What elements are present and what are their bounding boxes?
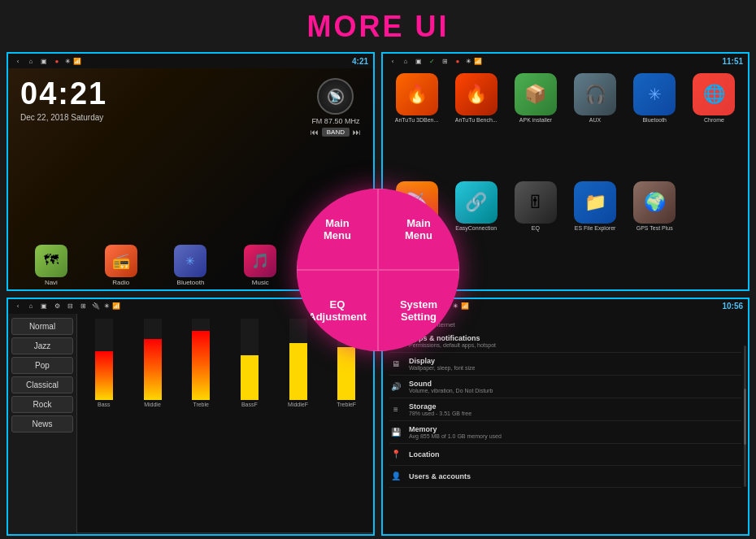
apps-notif-sub: Permissions, default apps, hotspot — [409, 342, 741, 348]
app-gps[interactable]: 🌍 GPS Test Plus — [628, 181, 682, 285]
eq-bar-middlef-container — [289, 319, 307, 400]
preset-classical[interactable]: Classical — [11, 376, 73, 393]
preset-rock[interactable]: Rock — [11, 396, 73, 413]
nav-back-btn[interactable]: ↩ — [299, 533, 373, 536]
bluetooth-status-icon-2: ✳ — [466, 58, 471, 65]
eq-bar-bass-label: Bass — [98, 402, 111, 407]
back-icon-2[interactable]: ‹ — [388, 57, 398, 65]
app-bluetooth-grid[interactable]: ✳ Bluetooth — [628, 73, 682, 176]
settings-display[interactable]: 🖥 Display Wallpaper, sleep, font size — [389, 353, 741, 376]
wifi-status-icon-4: 📶 — [461, 302, 469, 310]
navi-icon: 🗺 — [35, 245, 67, 277]
usb-icon: 🔌 — [91, 302, 101, 311]
nav-eq-btn[interactable]: EQ — [151, 533, 225, 536]
eq-bar-treble: Treble — [178, 319, 224, 407]
recent-icon-3[interactable]: ▣ — [39, 302, 49, 311]
apps-icon-3[interactable]: ⊞ — [78, 302, 88, 311]
radio-band-btn[interactable]: BAND — [322, 128, 350, 137]
settings-apps[interactable]: 📱 Apps & notifications Permissions, defa… — [389, 330, 741, 353]
eq-bar-bass: Bass — [81, 319, 127, 407]
app-music[interactable]: 🎵 Music — [239, 245, 281, 286]
nav-icons-1: ‹ ⌂ ▣ ● — [13, 57, 62, 65]
radio-circle: 📡 — [317, 78, 354, 115]
recent-icon[interactable]: ▣ — [39, 57, 49, 65]
settings-location[interactable]: 📍 Location — [389, 444, 741, 466]
apk-icon: 📦 — [515, 73, 557, 115]
app-antutu[interactable]: 🔥 AnTuTu Bench... — [449, 73, 503, 176]
status-bar-1: ‹ ⌂ ▣ ● ✳ 📶 4:21 — [8, 54, 373, 68]
eq-bar-middlef-label: MiddleF — [288, 402, 308, 407]
back-icon[interactable]: ‹ — [13, 57, 23, 65]
eq-bar-bassf-label: BassF — [241, 402, 258, 407]
radio-next[interactable]: ⏭ — [353, 128, 361, 137]
wifi-status-icon-3: 📶 — [112, 302, 120, 310]
settings-display-text: Display Wallpaper, sleep, font size — [409, 357, 741, 371]
screen4-time: 10:56 — [722, 302, 743, 311]
check-icon: ✓ — [427, 57, 437, 65]
center-menu-eq-label: EQAdjustment — [308, 298, 367, 323]
app-antutu3d[interactable]: 🔥 AnTuTu 3DBen... — [389, 73, 444, 176]
es-label: ES File Explorer — [575, 225, 616, 231]
eq-bottom-nav: 🏠 EQ ZONE ↩ — [77, 532, 373, 536]
app-es[interactable]: 📁 ES File Explorer — [567, 181, 622, 285]
preset-pop[interactable]: Pop — [11, 357, 73, 374]
eq-grid-label: EQ — [532, 225, 540, 231]
home-icon-2[interactable]: ⌂ — [401, 57, 411, 65]
antutu-icon: 🔥 — [455, 73, 497, 115]
app-apk[interactable]: 📦 APK installer — [508, 73, 563, 176]
settings-memory[interactable]: 💾 Memory Avg 855 MB of 1.0 GB memory use… — [389, 421, 741, 444]
settings-storage[interactable]: ≡ Storage 78% used - 3.51 GB free — [389, 398, 741, 421]
eq-bar-bassf-fill — [241, 355, 259, 400]
apps-icon[interactable]: ⊞ — [440, 57, 450, 65]
home-icon-3[interactable]: ⌂ — [26, 302, 36, 311]
settings-icon-3[interactable]: ⚙ — [52, 302, 62, 311]
back-icon-3[interactable]: ‹ — [13, 302, 23, 311]
preset-normal[interactable]: Normal — [11, 318, 73, 335]
users-title: Users & accounts — [409, 472, 741, 480]
nav-icons-2: ‹ ⌂ ▣ ✓ ⊞ ● — [388, 57, 463, 65]
settings-memory-text: Memory Avg 855 MB of 1.0 GB memory used — [409, 425, 741, 439]
aux-icon: 🎧 — [574, 73, 616, 115]
eq-bar-bassf: BassF — [227, 319, 272, 407]
dot-icon: ● — [52, 57, 62, 65]
eq-bars-area: Bass Middle Treble — [77, 314, 373, 533]
recent-icon-2[interactable]: ▣ — [414, 57, 424, 65]
display-title: Display — [409, 357, 741, 365]
settings-users[interactable]: 👤 Users & accounts — [389, 466, 741, 488]
eq-bar-treble-container — [192, 319, 210, 400]
eq-grid-icon: 🎚 — [515, 181, 557, 224]
eq-sidebar: Normal Jazz Pop Classical Rock News — [8, 314, 77, 537]
eq-bar-bass-fill — [95, 351, 113, 400]
settings-sound[interactable]: 🔊 Sound Volume, vibration, Do Not Distur… — [389, 376, 741, 398]
radio-freq: FM 87.50 MHz — [311, 117, 361, 125]
eq-bar-middlef-fill — [289, 343, 307, 400]
app-chrome[interactable]: 🌐 Chrome — [687, 73, 741, 176]
storage-sub: 78% used - 3.51 GB free — [409, 411, 741, 416]
app-eq-grid[interactable]: 🎚 EQ — [508, 181, 563, 285]
bluetooth-grid-label: Bluetooth — [642, 117, 667, 123]
sound-title: Sound — [409, 380, 741, 388]
easy-icon: 🔗 — [455, 181, 497, 224]
status-icons-4: ✳ 📶 — [453, 302, 469, 310]
radio-prev[interactable]: ⏮ — [311, 128, 319, 137]
eq-bar-middle-fill — [144, 339, 162, 400]
eq-bar-middle-label: Middle — [144, 402, 161, 407]
app-navi[interactable]: 🗺 Navi — [30, 245, 72, 286]
dot-icon-2: ● — [453, 57, 463, 65]
preset-news[interactable]: News — [11, 415, 73, 433]
bluetooth-status-icon-4: ✳ — [453, 302, 458, 310]
screen2-time: 11:51 — [722, 57, 743, 66]
gps-icon: 🌍 — [633, 181, 676, 224]
app-bluetooth[interactable]: ✳ Bluetooth — [169, 245, 211, 286]
nav-home-btn[interactable]: 🏠 — [77, 533, 151, 536]
nav-zone-btn[interactable]: ZONE — [225, 533, 299, 536]
chrome-label: Chrome — [704, 117, 724, 123]
center-menu-main2-label: MainMenu — [405, 217, 432, 241]
app-aux[interactable]: 🎧 AUX — [567, 73, 622, 176]
home-icon[interactable]: ⌂ — [26, 57, 36, 65]
app-radio[interactable]: 📻 Radio — [100, 245, 142, 286]
location-icon: 📍 — [389, 448, 402, 461]
preset-jazz[interactable]: Jazz — [11, 337, 73, 354]
wifi-status-icon-2: 📶 — [474, 58, 482, 65]
music-label: Music — [252, 279, 269, 286]
